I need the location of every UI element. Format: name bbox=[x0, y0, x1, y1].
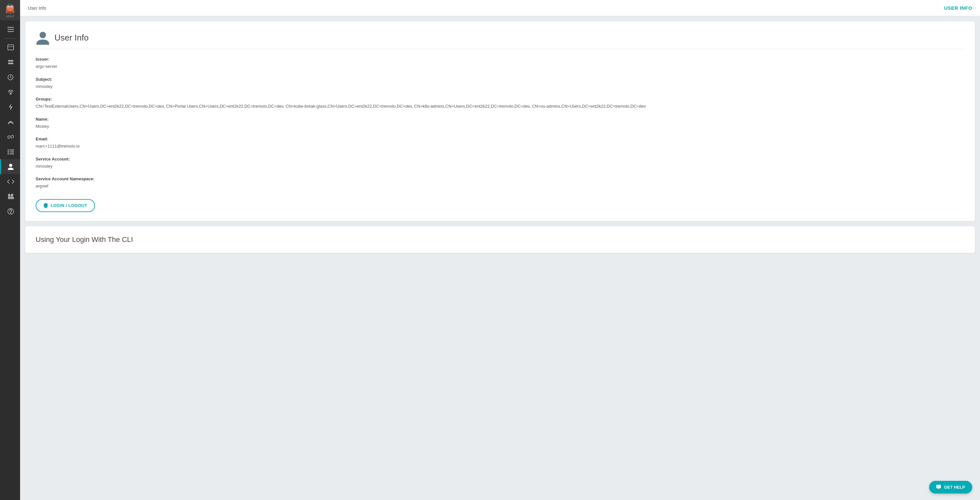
svg-rect-29 bbox=[8, 194, 10, 196]
svg-point-6 bbox=[8, 4, 10, 5]
layers-icon bbox=[8, 59, 14, 65]
sidebar-navigation bbox=[0, 20, 20, 500]
svg-marker-19 bbox=[9, 104, 13, 111]
info-row-name: Name: Mosley bbox=[36, 117, 964, 130]
card-header: User Info bbox=[36, 30, 964, 49]
email-label: Email: bbox=[36, 137, 964, 142]
page-title: User Info bbox=[54, 33, 89, 43]
svg-rect-22 bbox=[8, 150, 10, 150]
svg-point-7 bbox=[11, 4, 12, 5]
service-account-namespace-label: Service Account Namespace: bbox=[36, 177, 964, 181]
svg-rect-13 bbox=[8, 60, 13, 62]
svg-point-20 bbox=[10, 121, 11, 123]
issuer-value: argo-server bbox=[36, 63, 964, 70]
svg-rect-23 bbox=[10, 150, 14, 150]
service-account-value: mmosley bbox=[36, 163, 964, 170]
svg-rect-9 bbox=[8, 29, 14, 30]
info-row-groups: Groups: CN=TestExternalUsers,CN=Users,DC… bbox=[36, 97, 964, 110]
svg-rect-24 bbox=[8, 151, 10, 153]
svg-rect-27 bbox=[10, 153, 14, 154]
sidebar-item-menu[interactable] bbox=[0, 22, 20, 37]
svg-point-35 bbox=[40, 32, 46, 38]
sidebar-item-plugins[interactable] bbox=[0, 189, 20, 204]
svg-rect-25 bbox=[10, 151, 14, 153]
sidebar-item-user[interactable] bbox=[0, 159, 20, 174]
sidebar-logo: v3.6.2 bbox=[0, 0, 20, 20]
subject-label: Subject: bbox=[36, 77, 964, 82]
sidebar-item-broadcast[interactable] bbox=[0, 115, 20, 129]
svg-point-18 bbox=[10, 93, 11, 94]
cli-section-title: Using Your Login With The CLI bbox=[36, 236, 964, 244]
sidebar-item-dashboard[interactable] bbox=[0, 40, 20, 55]
info-row-service-account-namespace: Service Account Namespace: argowf bbox=[36, 177, 964, 189]
svg-rect-11 bbox=[8, 45, 14, 50]
name-value: Mosley bbox=[36, 123, 964, 130]
clock-icon bbox=[8, 74, 14, 80]
groups-value: CN=TestExternalUsers,CN=Users,DC=ent2k22… bbox=[36, 103, 964, 110]
sidebar-item-history[interactable] bbox=[0, 70, 20, 84]
login-logout-button[interactable]: LOGIN / LOGOUT bbox=[36, 199, 95, 212]
service-account-namespace-value: argowf bbox=[36, 183, 964, 189]
user-nav-icon bbox=[8, 163, 14, 170]
main-content: User Info USER INFO User Info Issuer: ar… bbox=[20, 0, 980, 500]
sidebar-item-code[interactable] bbox=[0, 174, 20, 189]
info-row-service-account: Service Account: mmosley bbox=[36, 157, 964, 170]
name-label: Name: bbox=[36, 117, 964, 122]
topbar-title: User Info bbox=[28, 5, 46, 11]
version-label: v3.6.2 bbox=[6, 14, 14, 18]
sidebar-item-links[interactable] bbox=[0, 129, 20, 144]
sidebar-item-sensors[interactable] bbox=[0, 84, 20, 100]
issuer-label: Issuer: bbox=[36, 57, 964, 62]
svg-rect-26 bbox=[8, 153, 10, 154]
info-row-subject: Subject: mmosley bbox=[36, 77, 964, 90]
topbar: User Info USER INFO bbox=[20, 0, 980, 16]
svg-rect-8 bbox=[8, 27, 14, 28]
get-help-button[interactable]: GET HELP bbox=[929, 481, 972, 494]
login-logout-label: LOGIN / LOGOUT bbox=[51, 203, 87, 208]
sidebar-item-events[interactable] bbox=[0, 100, 20, 115]
svg-point-3 bbox=[8, 6, 9, 8]
user-info-card: User Info Issuer: argo-server Subject: m… bbox=[25, 21, 975, 221]
sidebar-item-help[interactable] bbox=[0, 204, 20, 219]
info-row-issuer: Issuer: argo-server bbox=[36, 57, 964, 70]
sidebar: v3.6.2 bbox=[0, 0, 20, 500]
cli-section-card: Using Your Login With The CLI bbox=[25, 226, 975, 253]
get-help-label: GET HELP bbox=[944, 485, 965, 490]
puzzle-icon bbox=[8, 193, 14, 200]
dashboard-icon bbox=[8, 45, 14, 50]
email-value: marc+1111@tremolo.io bbox=[36, 143, 964, 150]
bolt-icon bbox=[8, 104, 13, 111]
help-icon bbox=[8, 208, 14, 215]
code-icon bbox=[7, 179, 14, 184]
svg-rect-32 bbox=[11, 197, 13, 199]
svg-line-17 bbox=[11, 77, 12, 78]
svg-point-34 bbox=[10, 213, 11, 213]
service-account-label: Service Account: bbox=[36, 157, 964, 161]
shield-icon bbox=[43, 203, 48, 208]
topbar-page-heading: USER INFO bbox=[944, 5, 972, 11]
groups-label: Groups: bbox=[36, 97, 964, 102]
content-area: User Info Issuer: argo-server Subject: m… bbox=[20, 16, 980, 500]
sidebar-item-reports[interactable] bbox=[0, 144, 20, 159]
info-row-email: Email: marc+1111@tremolo.io bbox=[36, 137, 964, 150]
svg-rect-14 bbox=[8, 62, 13, 64]
hamburger-icon bbox=[8, 27, 14, 32]
svg-rect-10 bbox=[8, 31, 14, 32]
signal-icon bbox=[7, 89, 14, 95]
chat-icon bbox=[936, 485, 942, 490]
svg-point-4 bbox=[11, 6, 12, 8]
broadcast-icon bbox=[8, 119, 14, 125]
link-icon bbox=[7, 133, 14, 140]
svg-point-28 bbox=[9, 164, 12, 167]
sidebar-item-workflows[interactable] bbox=[0, 55, 20, 70]
svg-rect-31 bbox=[8, 197, 10, 199]
svg-rect-30 bbox=[11, 194, 13, 196]
user-icon-large bbox=[36, 30, 50, 45]
subject-value: mmosley bbox=[36, 83, 964, 90]
list-icon bbox=[8, 149, 14, 154]
